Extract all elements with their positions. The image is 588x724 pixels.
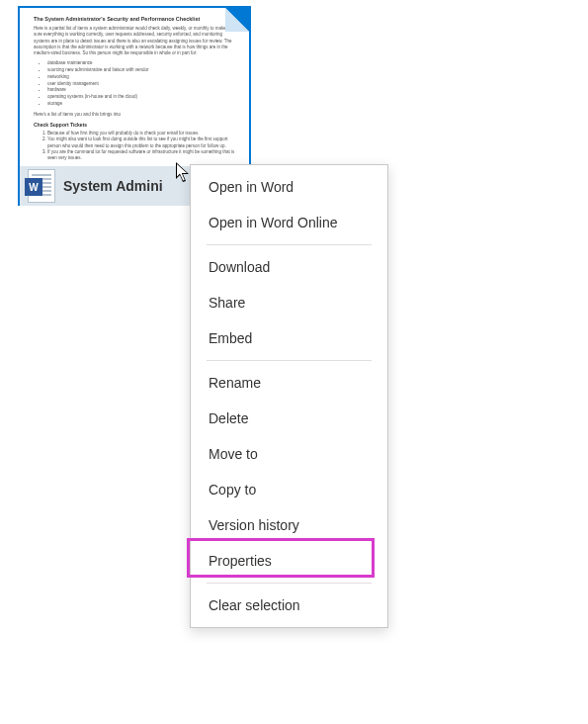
word-badge: W: [25, 178, 42, 196]
menu-divider: [207, 244, 372, 245]
preview-midline: Here's a list of items you and this brin…: [34, 112, 235, 118]
menu-rename[interactable]: Rename: [191, 365, 387, 401]
preview-bullets: database maintenance sourcing new admini…: [47, 60, 235, 107]
preview-subhead: Check Support Tickets: [34, 122, 235, 128]
preview-numitem: If you are the command lot for requested…: [47, 149, 235, 162]
menu-divider: [207, 360, 372, 361]
menu-divider: [207, 583, 372, 584]
preview-bullet: database maintenance: [47, 60, 235, 67]
menu-open-in-word-online[interactable]: Open in Word Online: [191, 205, 387, 240]
word-document-icon: W: [28, 169, 55, 203]
preview-bullet: networking: [47, 74, 235, 81]
file-name-label: System Admini: [63, 178, 163, 194]
menu-properties[interactable]: Properties: [191, 543, 387, 579]
menu-copy-to[interactable]: Copy to: [191, 472, 387, 507]
menu-delete[interactable]: Delete: [191, 401, 387, 436]
preview-numbered-list: Because of how first thing you will prob…: [47, 131, 235, 161]
menu-clear-selection[interactable]: Clear selection: [191, 588, 387, 623]
preview-numitem: You might also want to look first doing …: [47, 136, 235, 149]
preview-bullet: storage: [47, 101, 235, 108]
menu-share[interactable]: Share: [191, 285, 387, 320]
menu-embed[interactable]: Embed: [191, 320, 387, 356]
menu-move-to[interactable]: Move to: [191, 436, 387, 472]
page-fold-decoration: [225, 8, 249, 32]
preview-intro: Here is a partial list of items a system…: [34, 26, 235, 56]
preview-bullet: operating systems (in-house and in the c…: [47, 94, 235, 101]
preview-bullet: user identity management: [47, 81, 235, 88]
preview-bullet: hardware: [47, 87, 235, 94]
context-menu: Open in Word Open in Word Online Downloa…: [190, 164, 388, 628]
menu-download[interactable]: Download: [191, 249, 387, 285]
menu-version-history[interactable]: Version history: [191, 507, 387, 543]
preview-title: The System Administrator's Security and …: [34, 16, 235, 22]
menu-open-in-word[interactable]: Open in Word: [191, 169, 387, 205]
document-preview: The System Administrator's Security and …: [20, 8, 249, 166]
preview-bullet: sourcing new administrative and liaison …: [47, 67, 235, 74]
